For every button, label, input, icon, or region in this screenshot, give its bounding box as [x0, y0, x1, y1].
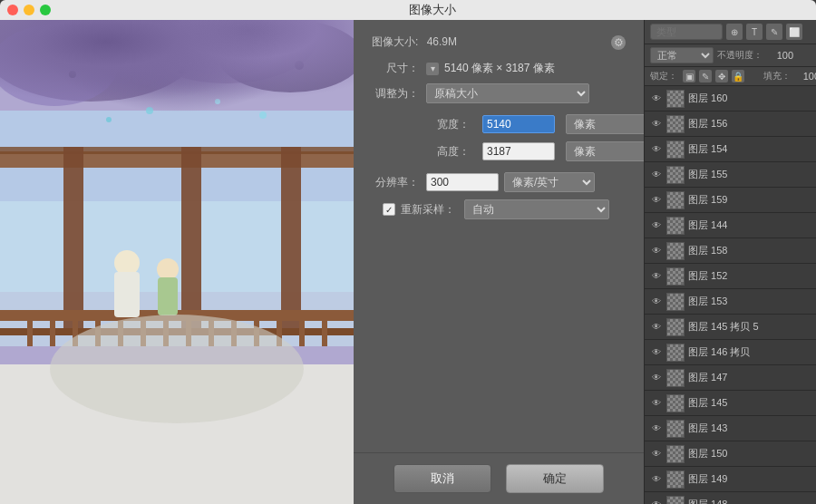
dimensions-label: 尺寸： [372, 61, 426, 76]
image-size-dialog: 图像大小: 46.9M ⚙ 尺寸： ▾ 5140 像素 × 3187 像素 调整… [354, 20, 644, 504]
layer-item[interactable]: 👁图层 154 [645, 137, 816, 162]
layer-visibility-icon[interactable]: 👁 [650, 219, 663, 232]
layer-tool-icon-2[interactable]: T [746, 24, 763, 40]
layer-item[interactable]: 👁图层 147 [645, 365, 816, 391]
layer-item[interactable]: 👁图层 148 [645, 492, 816, 504]
layers-list[interactable]: 👁图层 160👁图层 156👁图层 154👁图层 155👁图层 159👁图层 1… [645, 86, 816, 504]
layer-visibility-icon[interactable]: 👁 [650, 118, 663, 131]
canvas-svg [0, 20, 354, 504]
image-size-label: 图像大小: 46.9M [372, 34, 457, 50]
width-row: 宽度： 像素 [432, 114, 656, 134]
layer-thumbnail [666, 166, 685, 184]
layer-name: 图层 143 [688, 422, 816, 435]
lock-brush-icon[interactable]: ✎ [699, 70, 712, 82]
layer-item[interactable]: 👁图层 143 [645, 416, 816, 441]
layer-visibility-icon[interactable]: 👁 [650, 422, 663, 435]
layer-item[interactable]: 👁图层 158 [645, 238, 816, 264]
minimize-button[interactable] [24, 5, 34, 15]
lock-all-icon[interactable]: 🔒 [732, 70, 744, 82]
blend-mode-select[interactable]: 正常 [650, 47, 714, 63]
lock-move-icon[interactable]: ✥ [715, 70, 728, 82]
ok-button[interactable]: 确定 [506, 464, 604, 493]
resample-checkbox[interactable]: ✓ [383, 203, 395, 216]
layer-item[interactable]: 👁图层 153 [645, 289, 816, 315]
layer-visibility-icon[interactable]: 👁 [650, 473, 663, 486]
svg-point-3 [218, 20, 354, 92]
layers-toolbar: ⊕ T ✎ ⬜ [645, 20, 816, 44]
layer-visibility-icon[interactable]: 👁 [650, 245, 663, 257]
layer-tool-icon-1[interactable]: ⊕ [726, 24, 743, 40]
layer-item[interactable]: 👁图层 149 [645, 467, 816, 492]
svg-point-39 [146, 107, 153, 114]
layer-visibility-icon[interactable]: 👁 [650, 397, 663, 410]
cancel-button[interactable]: 取消 [393, 464, 491, 493]
layer-item[interactable]: 👁图层 159 [645, 188, 816, 213]
svg-point-42 [259, 111, 267, 119]
layer-visibility-icon[interactable]: 👁 [650, 194, 663, 207]
adjust-select[interactable]: 原稿大小 [426, 83, 589, 103]
layer-thumbnail [666, 318, 685, 336]
layer-thumbnail [666, 267, 685, 286]
layer-item[interactable]: 👁图层 150 [645, 441, 816, 467]
dialog-footer: 取消 确定 [354, 452, 644, 504]
layer-item[interactable]: 👁图层 145 拷贝 5 [645, 315, 816, 340]
size-row: 宽度： 像素 高度： 像素 [372, 111, 626, 165]
layer-visibility-icon[interactable]: 👁 [650, 448, 663, 460]
opacity-value: 100 [766, 50, 793, 61]
svg-rect-10 [181, 147, 201, 328]
layer-name: 图层 158 [688, 244, 816, 257]
svg-point-37 [241, 48, 248, 55]
layer-visibility-icon[interactable]: 👁 [650, 143, 663, 156]
resample-row: ✓ 重新采样： 自动 [372, 199, 626, 219]
main-area: 图像大小: 46.9M ⚙ 尺寸： ▾ 5140 像素 × 3187 像素 调整… [0, 20, 816, 504]
layer-item[interactable]: 👁图层 145 [645, 391, 816, 416]
layer-visibility-icon[interactable]: 👁 [650, 346, 663, 359]
resolution-unit-select[interactable]: 像素/英寸 [504, 172, 595, 192]
svg-point-28 [114, 250, 140, 276]
layer-visibility-icon[interactable]: 👁 [650, 169, 663, 181]
layer-tool-icon-4[interactable]: ⬜ [786, 24, 802, 40]
dimensions-dropdown[interactable]: ▾ [426, 63, 439, 75]
layer-item[interactable]: 👁图层 155 [645, 162, 816, 188]
height-input[interactable] [482, 142, 555, 160]
layer-thumbnail [666, 445, 685, 463]
lock-label: 锁定： [650, 70, 677, 82]
fill-value: 100 [794, 71, 816, 82]
layer-visibility-icon[interactable]: 👁 [650, 296, 663, 308]
width-unit-select[interactable]: 像素 [566, 114, 656, 134]
layer-visibility-icon[interactable]: 👁 [650, 499, 663, 505]
layer-name: 图层 149 [688, 472, 816, 486]
layer-item[interactable]: 👁图层 156 [645, 111, 816, 137]
svg-point-30 [157, 258, 179, 280]
layer-visibility-icon[interactable]: 👁 [650, 92, 663, 105]
resolution-input[interactable] [426, 173, 499, 191]
layer-name: 图层 155 [688, 168, 816, 181]
layer-thumbnail [666, 394, 685, 412]
maximize-button[interactable] [40, 5, 51, 15]
gear-icon[interactable]: ⚙ [611, 35, 626, 50]
svg-rect-15 [50, 319, 55, 346]
resample-select[interactable]: 自动 [464, 199, 609, 219]
layers-search-input[interactable] [650, 24, 723, 40]
layer-item[interactable]: 👁图层 160 [645, 86, 816, 111]
layer-thumbnail [666, 344, 685, 362]
lock-transparent-icon[interactable]: ▣ [683, 70, 695, 82]
layer-tool-icon-3[interactable]: ✎ [766, 24, 782, 40]
layer-name: 图层 145 拷贝 5 [688, 320, 816, 334]
layer-name: 图层 145 [688, 396, 816, 410]
close-button[interactable] [7, 5, 18, 15]
layer-thumbnail [666, 90, 685, 108]
svg-point-40 [215, 99, 220, 104]
layer-item[interactable]: 👁图层 146 拷贝 [645, 340, 816, 365]
width-input[interactable] [482, 115, 555, 133]
resample-label: 重新采样： [401, 202, 455, 218]
svg-point-4 [0, 24, 118, 106]
svg-point-38 [295, 61, 304, 70]
layer-item[interactable]: 👁图层 152 [645, 264, 816, 289]
layer-visibility-icon[interactable]: 👁 [650, 321, 663, 334]
layer-item[interactable]: 👁图层 144 [645, 213, 816, 238]
layer-visibility-icon[interactable]: 👁 [650, 270, 663, 283]
height-unit-select[interactable]: 像素 [566, 141, 656, 161]
layer-visibility-icon[interactable]: 👁 [650, 372, 663, 384]
layers-blend-row: 正常 不透明度： 100 [645, 44, 816, 67]
